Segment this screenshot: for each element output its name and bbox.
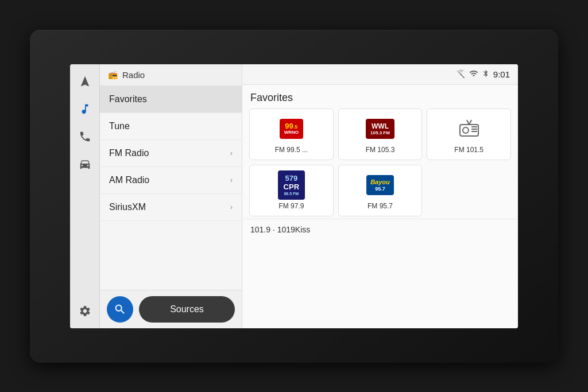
phone-icon[interactable]: [74, 125, 96, 148]
fm-105-3-label: FM 105.3: [366, 146, 395, 154]
favorites-section-title: Favorites: [242, 85, 518, 108]
status-time: 9:01: [493, 69, 510, 79]
svg-line-6: [469, 120, 471, 125]
menu-items: Favorites Tune FM Radio › AM Radio › Sir…: [100, 86, 242, 290]
panel-header: 📻 Radio: [100, 64, 242, 86]
favorite-fm-97-9[interactable]: 579 CPR 96.5 FM FM 97.9: [249, 165, 334, 216]
menu-item-am-radio[interactable]: AM Radio ›: [100, 167, 242, 194]
siriusxm-arrow: ›: [230, 203, 233, 211]
music-icon[interactable]: [74, 98, 96, 121]
sources-button[interactable]: Sources: [139, 296, 235, 323]
fm-99-5-label: FM 99.5 ...: [275, 146, 308, 154]
favorite-fm-101-5[interactable]: FM 101.5: [427, 108, 511, 160]
signal-off-icon: [457, 69, 466, 80]
wifi-icon: [469, 69, 478, 80]
fm-95-7-label: FM 95.7: [368, 202, 393, 210]
fm-105-3-logo: WWL 105.3 FM: [363, 116, 397, 142]
search-button[interactable]: [107, 296, 133, 323]
favorite-fm-95-7[interactable]: Bayou 95.7 FM 95.7: [338, 165, 423, 216]
menu-item-fm-radio[interactable]: FM Radio ›: [100, 140, 242, 167]
menu-item-siriusxm[interactable]: SiriusXM ›: [100, 194, 242, 221]
fm-97-9-logo: 579 CPR 96.5 FM: [274, 172, 308, 199]
bottom-bar: Sources: [100, 290, 242, 328]
am-radio-arrow: ›: [230, 176, 233, 184]
fm-101-5-label: FM 101.5: [454, 146, 483, 154]
fm-101-5-logo: [452, 116, 486, 142]
fm-95-7-logo: Bayou 95.7: [363, 172, 397, 199]
favorites-grid: 99.5 WRNO FM 99.5 ... WWL 105.3 FM FM: [242, 108, 518, 216]
left-panel: 📻 Radio Favorites Tune FM Radio › AM Rad…: [100, 64, 242, 328]
favorite-fm-99-5[interactable]: 99.5 WRNO FM 99.5 ...: [249, 108, 334, 160]
menu-item-tune[interactable]: Tune: [100, 113, 242, 140]
svg-line-5: [467, 120, 469, 125]
sidebar-icons: [70, 64, 100, 328]
fm-97-9-label: FM 97.9: [278, 202, 304, 210]
panel-header-title: Radio: [122, 70, 145, 80]
status-bar: 9:01: [242, 64, 518, 85]
favorite-fm-105-3[interactable]: WWL 105.3 FM FM 105.3: [338, 108, 423, 160]
right-panel: 9:01 Favorites 99.5 WRNO FM 99.5 ...: [242, 64, 518, 328]
screen: 📻 Radio Favorites Tune FM Radio › AM Rad…: [70, 64, 518, 328]
car-icon[interactable]: [74, 153, 96, 176]
svg-point-1: [463, 127, 469, 133]
navigation-icon[interactable]: [74, 70, 96, 93]
fm-99-5-logo: 99.5 WRNO: [274, 116, 308, 142]
settings-icon[interactable]: [74, 300, 96, 323]
radio-header-icon: 📻: [108, 70, 118, 79]
bluetooth-icon: [482, 69, 490, 80]
now-playing: 101.9 · 1019Kiss: [242, 219, 518, 240]
car-bezel: 📻 Radio Favorites Tune FM Radio › AM Rad…: [30, 30, 558, 363]
fm-radio-arrow: ›: [230, 149, 233, 157]
menu-item-favorites[interactable]: Favorites: [100, 86, 242, 113]
status-icons: 9:01: [457, 69, 510, 80]
